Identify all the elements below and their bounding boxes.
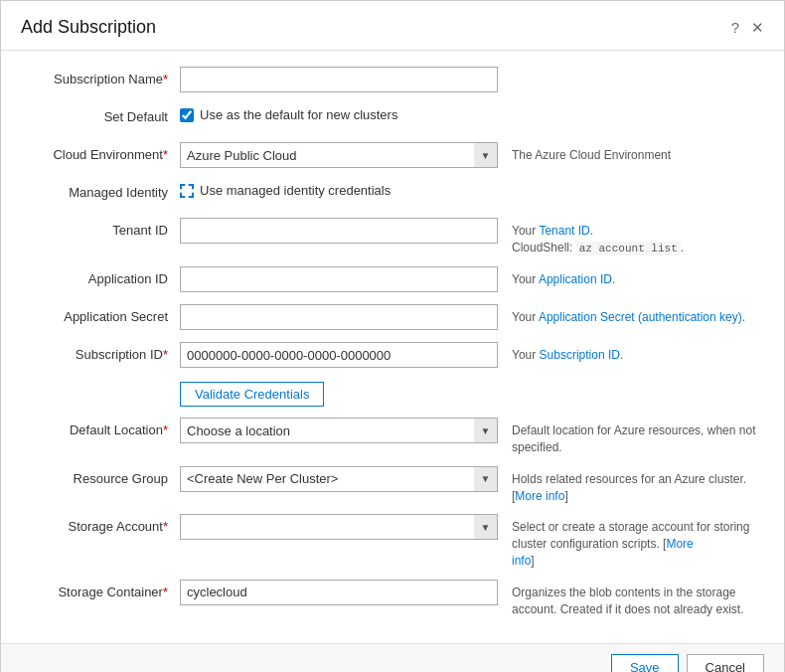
managed-identity-row: Managed Identity Use managed identity cr… xyxy=(21,180,764,208)
add-subscription-dialog: Add Subscription ? ✕ Subscription Name* … xyxy=(0,0,785,672)
managed-identity-checkbox-row: Use managed identity credentials xyxy=(180,180,498,198)
default-location-select[interactable]: Choose a location xyxy=(180,418,498,443)
set-default-checkbox-row: Use as the default for new clusters xyxy=(180,104,498,122)
application-id-input[interactable] xyxy=(180,266,498,292)
cloud-environment-label: Cloud Environment* xyxy=(21,142,180,162)
set-default-text: Use as the default for new clusters xyxy=(200,107,397,122)
application-secret-row: Application Secret Your Application Secr… xyxy=(21,304,764,332)
dialog-body: Subscription Name* Set Default Use as th… xyxy=(1,51,784,643)
subscription-id-control xyxy=(180,342,498,368)
resource-group-more-info-link[interactable]: More info xyxy=(515,489,564,503)
save-button[interactable]: Save xyxy=(611,654,679,672)
resource-group-label: Resource Group xyxy=(21,466,180,486)
subscription-id-label: Subscription ID* xyxy=(21,342,180,362)
tenant-id-input[interactable] xyxy=(180,218,498,244)
resource-group-hint: Holds related resources for an Azure clu… xyxy=(498,466,764,505)
subscription-id-input[interactable] xyxy=(180,342,498,368)
set-default-checkbox[interactable] xyxy=(180,108,194,122)
default-location-select-wrapper: Choose a location ▼ xyxy=(180,418,498,443)
resource-group-row: Resource Group <Create New Per Cluster> … xyxy=(21,466,764,505)
default-location-hint: Default location for Azure resources, wh… xyxy=(498,418,764,456)
set-default-control: Use as the default for new clusters xyxy=(180,104,498,122)
tenant-id-code: az account list xyxy=(576,242,681,255)
storage-container-input[interactable] xyxy=(180,580,498,605)
dialog-title: Add Subscription xyxy=(21,17,156,38)
cloud-environment-select[interactable]: Azure Public Cloud Azure Government Azur… xyxy=(180,142,498,168)
application-secret-label: Application Secret xyxy=(21,304,180,324)
header-icons: ? ✕ xyxy=(731,20,764,35)
storage-account-info-link[interactable]: info xyxy=(512,554,531,568)
application-id-hint: Your Application ID. xyxy=(498,266,764,288)
subscription-name-input[interactable] xyxy=(180,67,498,92)
storage-container-label: Storage Container* xyxy=(21,580,180,599)
storage-account-control: ▼ xyxy=(180,514,498,540)
application-secret-link[interactable]: Application Secret (authentication key) xyxy=(539,310,742,324)
managed-identity-label: Managed Identity xyxy=(21,180,180,200)
subscription-name-label: Subscription Name* xyxy=(21,67,180,86)
close-icon[interactable]: ✕ xyxy=(751,20,764,35)
application-id-link[interactable]: Application ID xyxy=(539,272,612,286)
set-default-row: Set Default Use as the default for new c… xyxy=(21,104,764,132)
cloud-environment-select-wrapper: Azure Public Cloud Azure Government Azur… xyxy=(180,142,498,168)
storage-account-label: Storage Account* xyxy=(21,514,180,534)
resource-group-control: <Create New Per Cluster> ▼ xyxy=(180,466,498,492)
set-default-label: Set Default xyxy=(21,104,180,124)
subscription-name-hint xyxy=(498,67,764,72)
cloud-environment-row: Cloud Environment* Azure Public Cloud Az… xyxy=(21,142,764,170)
subscription-name-control xyxy=(180,67,498,92)
dialog-header: Add Subscription ? ✕ xyxy=(1,1,784,51)
resource-group-select[interactable]: <Create New Per Cluster> xyxy=(180,466,498,492)
tenant-id-hint: Your Tenant ID. CloudShell: az account l… xyxy=(498,218,764,256)
application-id-row: Application ID Your Application ID. xyxy=(21,266,764,294)
storage-container-control xyxy=(180,580,498,605)
managed-identity-checkbox[interactable] xyxy=(180,184,194,198)
tenant-id-link[interactable]: Tenant ID xyxy=(539,224,589,238)
tenant-id-row: Tenant ID Your Tenant ID. CloudShell: az… xyxy=(21,218,764,256)
tenant-id-control xyxy=(180,218,498,244)
managed-identity-text: Use managed identity credentials xyxy=(200,183,391,198)
cloud-environment-control: Azure Public Cloud Azure Government Azur… xyxy=(180,142,498,168)
storage-container-hint: Organizes the blob contents in the stora… xyxy=(498,580,764,618)
default-location-row: Default Location* Choose a location ▼ De… xyxy=(21,418,764,456)
subscription-id-link[interactable]: Subscription ID xyxy=(540,348,620,362)
storage-account-select[interactable] xyxy=(180,514,498,540)
managed-identity-control: Use managed identity credentials xyxy=(180,180,498,198)
cloud-environment-hint: The Azure Cloud Environment xyxy=(498,142,764,164)
storage-container-row: Storage Container* Organizes the blob co… xyxy=(21,580,764,618)
subscription-name-row: Subscription Name* xyxy=(21,67,764,94)
help-icon[interactable]: ? xyxy=(731,20,739,35)
storage-account-select-wrapper: ▼ xyxy=(180,514,498,540)
validate-credentials-button[interactable]: Validate Credentials xyxy=(180,382,324,407)
default-location-control: Choose a location ▼ xyxy=(180,418,498,443)
application-secret-input[interactable] xyxy=(180,304,498,330)
storage-account-hint: Select or create a storage account for s… xyxy=(498,514,764,569)
default-location-label: Default Location* xyxy=(21,418,180,437)
application-id-control xyxy=(180,266,498,292)
dialog-footer: Save Cancel xyxy=(1,643,784,672)
resource-group-select-wrapper: <Create New Per Cluster> ▼ xyxy=(180,466,498,492)
tenant-id-label: Tenant ID xyxy=(21,218,180,238)
cancel-button[interactable]: Cancel xyxy=(687,654,764,672)
application-id-label: Application ID xyxy=(21,266,180,286)
validate-row: Validate Credentials xyxy=(21,380,764,408)
application-secret-control xyxy=(180,304,498,330)
storage-account-more-link[interactable]: More xyxy=(666,537,693,551)
subscription-id-hint: Your Subscription ID. xyxy=(498,342,764,364)
subscription-id-row: Subscription ID* Your Subscription ID. xyxy=(21,342,764,370)
application-secret-hint: Your Application Secret (authentication … xyxy=(498,304,764,326)
storage-account-row: Storage Account* ▼ Select or create a st… xyxy=(21,514,764,569)
